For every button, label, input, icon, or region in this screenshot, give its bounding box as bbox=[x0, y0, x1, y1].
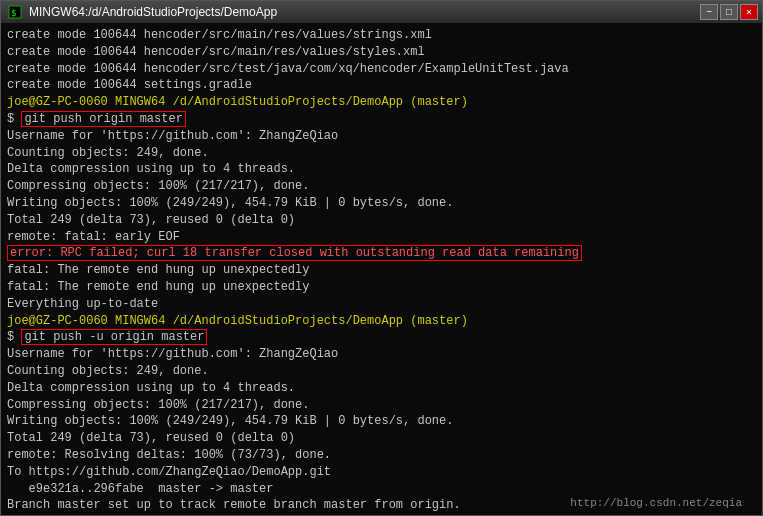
terminal-line: joe@GZ-PC-0060 MINGW64 /d/AndroidStudioP… bbox=[7, 313, 756, 330]
window-title: MINGW64:/d/AndroidStudioProjects/DemoApp bbox=[29, 5, 756, 19]
terminal-line: Everything up-to-date bbox=[7, 296, 756, 313]
terminal-body: create mode 100644 hencoder/src/main/res… bbox=[1, 23, 762, 515]
terminal-line: Compressing objects: 100% (217/217), don… bbox=[7, 178, 756, 195]
terminal-line: remote: fatal: early EOF bbox=[7, 229, 756, 246]
error-highlight: error: RPC failed; curl 18 transfer clos… bbox=[7, 245, 582, 261]
window-controls: − □ ✕ bbox=[700, 4, 758, 20]
terminal-line: Writing objects: 100% (249/249), 454.79 … bbox=[7, 413, 756, 430]
terminal-line: $ git push -u origin master bbox=[7, 329, 756, 346]
terminal-output[interactable]: create mode 100644 hencoder/src/main/res… bbox=[1, 23, 762, 515]
terminal-line: Counting objects: 249, done. bbox=[7, 145, 756, 162]
terminal-line: fatal: The remote end hung up unexpected… bbox=[7, 279, 756, 296]
cmd2-highlight: git push -u origin master bbox=[21, 329, 207, 345]
terminal-line: e9e321a..296fabe master -> master bbox=[7, 481, 756, 498]
titlebar: $ MINGW64:/d/AndroidStudioProjects/DemoA… bbox=[1, 1, 762, 23]
minimize-button[interactable]: − bbox=[700, 4, 718, 20]
terminal-window: $ MINGW64:/d/AndroidStudioProjects/DemoA… bbox=[0, 0, 763, 516]
terminal-line: error: RPC failed; curl 18 transfer clos… bbox=[7, 245, 756, 262]
terminal-line: Counting objects: 249, done. bbox=[7, 363, 756, 380]
terminal-line: joe@GZ-PC-0060 MINGW64 /d/AndroidStudioP… bbox=[7, 94, 756, 111]
terminal-line: Total 249 (delta 73), reused 0 (delta 0) bbox=[7, 212, 756, 229]
terminal-line: remote: Resolving deltas: 100% (73/73), … bbox=[7, 447, 756, 464]
terminal-line: $ git push origin master bbox=[7, 111, 756, 128]
terminal-line: Writing objects: 100% (249/249), 454.79 … bbox=[7, 195, 756, 212]
svg-text:$: $ bbox=[11, 8, 16, 18]
maximize-button[interactable]: □ bbox=[720, 4, 738, 20]
terminal-line: Delta compression using up to 4 threads. bbox=[7, 161, 756, 178]
terminal-line: Compressing objects: 100% (217/217), don… bbox=[7, 397, 756, 414]
terminal-line: create mode 100644 hencoder/src/test/jav… bbox=[7, 61, 756, 78]
watermark: http://blog.csdn.net/zeqia bbox=[570, 497, 742, 509]
terminal-line: create mode 100644 hencoder/src/main/res… bbox=[7, 44, 756, 61]
terminal-line: create mode 100644 hencoder/src/main/res… bbox=[7, 27, 756, 44]
cmd-highlight: git push origin master bbox=[21, 111, 185, 127]
app-icon: $ bbox=[7, 4, 23, 20]
terminal-line: Total 249 (delta 73), reused 0 (delta 0) bbox=[7, 430, 756, 447]
terminal-line: fatal: The remote end hung up unexpected… bbox=[7, 262, 756, 279]
terminal-line: joe@GZ-PC-0060 MINGW64 /d/AndroidStudioP… bbox=[7, 514, 756, 515]
terminal-line: create mode 100644 settings.gradle bbox=[7, 77, 756, 94]
terminal-line: Delta compression using up to 4 threads. bbox=[7, 380, 756, 397]
close-button[interactable]: ✕ bbox=[740, 4, 758, 20]
terminal-line: Username for 'https://github.com': Zhang… bbox=[7, 128, 756, 145]
terminal-line: To https://github.com/ZhangZeQiao/DemoAp… bbox=[7, 464, 756, 481]
terminal-line: Username for 'https://github.com': Zhang… bbox=[7, 346, 756, 363]
